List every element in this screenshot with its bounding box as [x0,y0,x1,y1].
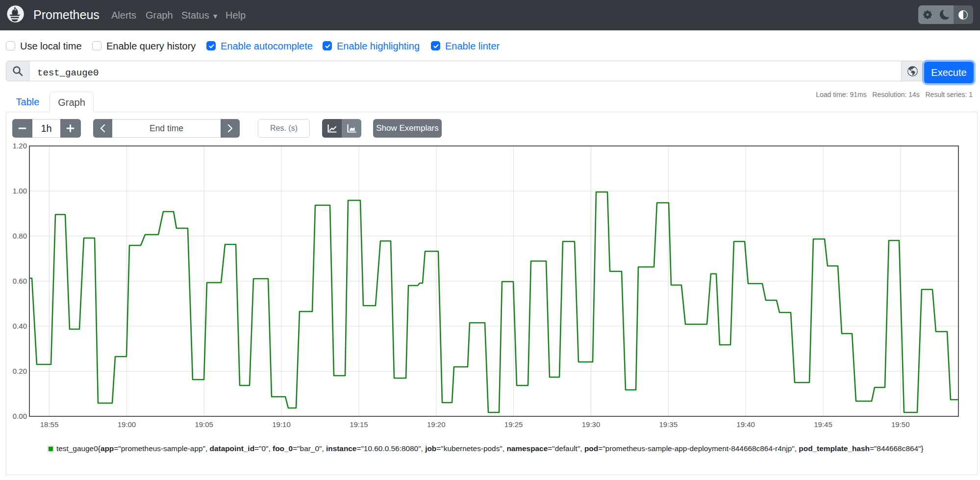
svg-text:19:50: 19:50 [891,420,910,429]
svg-text:19:15: 19:15 [350,420,368,429]
svg-text:18:55: 18:55 [40,420,59,429]
svg-text:19:10: 19:10 [272,420,291,429]
svg-text:19:35: 19:35 [659,420,678,429]
svg-text:19:25: 19:25 [504,420,523,429]
svg-text:19:00: 19:00 [118,420,136,429]
svg-text:0.40: 0.40 [13,322,27,330]
svg-text:0.20: 0.20 [13,367,27,375]
svg-text:0.80: 0.80 [13,232,27,240]
svg-text:19:45: 19:45 [814,420,832,429]
svg-text:19:30: 19:30 [582,420,601,429]
svg-text:19:05: 19:05 [195,420,213,429]
svg-text:0.00: 0.00 [13,412,27,420]
svg-text:19:40: 19:40 [736,420,755,429]
svg-text:1.00: 1.00 [13,187,27,195]
svg-text:0.60: 0.60 [13,277,27,285]
svg-text:1.20: 1.20 [13,142,27,150]
svg-text:19:20: 19:20 [427,420,446,429]
